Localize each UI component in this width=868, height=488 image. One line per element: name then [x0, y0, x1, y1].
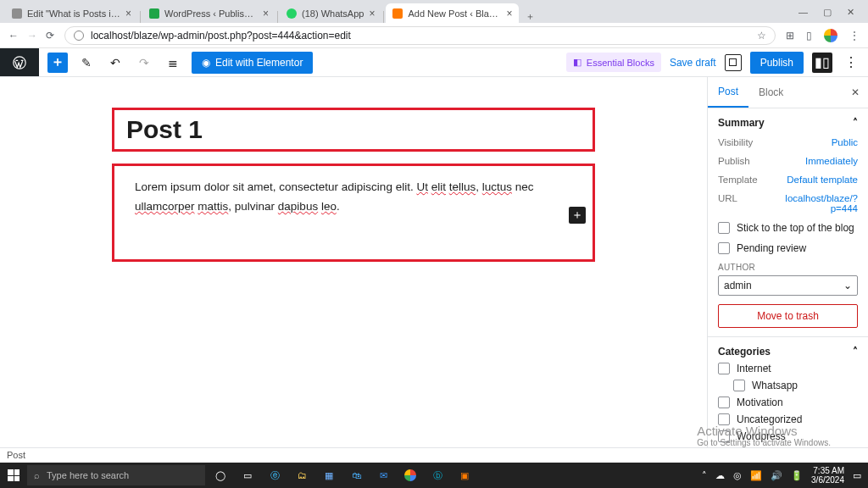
divider: [277, 11, 278, 23]
checkbox-icon[interactable]: [733, 380, 745, 391]
summary-heading: Summary: [718, 117, 765, 129]
publish-button[interactable]: Publish: [750, 52, 804, 74]
category-row[interactable]: Wordpress: [718, 430, 858, 442]
site-info-icon[interactable]: [74, 30, 84, 41]
template-value[interactable]: Default template: [787, 175, 858, 185]
undo-icon[interactable]: ↶: [105, 53, 125, 73]
profile-avatar-icon[interactable]: [824, 29, 837, 42]
xampp-icon[interactable]: ▣: [454, 465, 475, 485]
pending-label: Pending review: [737, 242, 806, 254]
tab-block[interactable]: Block: [748, 78, 793, 107]
category-label: Internet: [737, 363, 771, 374]
publish-value[interactable]: Immediately: [805, 156, 858, 166]
back-icon[interactable]: ←: [8, 30, 19, 42]
extensions-icon[interactable]: ⊞: [786, 30, 794, 42]
edit-with-elementor-button[interactable]: ◉ Edit with Elementor: [192, 52, 313, 74]
tab-post[interactable]: Post: [708, 77, 748, 108]
checkbox-icon[interactable]: [718, 396, 730, 408]
taskbar-clock[interactable]: 7:35 AM 3/6/2024: [811, 466, 844, 485]
close-icon[interactable]: ×: [369, 8, 375, 19]
file-explorer-icon[interactable]: 🗂: [292, 465, 312, 485]
url-input[interactable]: localhost/blaze/wp-admin/post.php?post=4…: [64, 26, 776, 45]
settings-panel-toggle[interactable]: ▮▯: [812, 53, 832, 73]
editor-canvas[interactable]: Post 1 Lorem ipsum dolor sit amet, conse…: [0, 77, 707, 447]
notification-center-icon[interactable]: ▭: [853, 470, 861, 481]
tray-chevron-up-icon[interactable]: ˄: [702, 470, 707, 481]
category-row[interactable]: Whatsapp: [733, 380, 858, 391]
wordpress-logo-button[interactable]: [0, 48, 39, 76]
divider: [383, 11, 384, 23]
close-icon[interactable]: ×: [263, 8, 269, 19]
mail-icon[interactable]: ✉: [373, 465, 393, 485]
pending-checkbox-row[interactable]: Pending review: [718, 242, 858, 254]
post-body-highlight: Lorem ipsum dolor sit amet, consectetur …: [112, 164, 595, 262]
essential-blocks-icon: ◧: [573, 57, 581, 68]
checkbox-icon[interactable]: [718, 242, 730, 254]
add-block-button[interactable]: ＋: [47, 53, 68, 73]
category-row[interactable]: Motivation: [718, 396, 858, 408]
onedrive-icon[interactable]: ☁: [715, 470, 725, 481]
volume-icon[interactable]: 🔊: [771, 470, 782, 481]
checkbox-icon[interactable]: [718, 413, 730, 425]
save-draft-button[interactable]: Save draft: [670, 57, 716, 69]
start-button[interactable]: [0, 469, 27, 481]
category-row[interactable]: Uncategorized: [718, 413, 858, 425]
options-menu-icon[interactable]: ⋮: [841, 54, 861, 70]
redo-icon[interactable]: ↷: [134, 53, 154, 73]
battery-icon[interactable]: 🔋: [791, 470, 803, 481]
chrome-menu-icon[interactable]: ⋮: [849, 30, 860, 42]
window-close-icon[interactable]: ✕: [847, 7, 854, 18]
url-value[interactable]: localhost/blaze/?p=444: [777, 193, 858, 214]
close-sidebar-icon[interactable]: ✕: [843, 86, 868, 98]
taskbar-search[interactable]: ⌕ Type here to search: [27, 465, 205, 485]
essential-blocks-button[interactable]: ◧ Essential Blocks: [566, 53, 661, 72]
browser-tab[interactable]: WordPress ‹ Publish Posts ×: [142, 3, 275, 23]
edge-icon[interactable]: ⓔ: [264, 465, 285, 485]
preview-button[interactable]: [725, 54, 742, 71]
author-select[interactable]: admin⌄: [718, 275, 858, 296]
browser-tab[interactable]: Edit "What is Posts in WordPress" ×: [5, 3, 138, 23]
window-minimize-icon[interactable]: —: [798, 7, 808, 18]
location-icon[interactable]: ◎: [733, 470, 742, 481]
close-icon[interactable]: ×: [506, 8, 512, 19]
document-overview-icon[interactable]: ≣: [163, 53, 183, 73]
checkbox-icon[interactable]: [718, 222, 730, 234]
insert-block-button[interactable]: ＋: [569, 207, 586, 224]
new-tab-button[interactable]: ＋: [519, 10, 542, 23]
move-to-trash-button[interactable]: Move to trash: [718, 304, 858, 328]
favicon-icon: [149, 8, 159, 19]
browser-tabstrip: Edit "What is Posts in WordPress" × Word…: [0, 0, 868, 23]
window-maximize-icon[interactable]: ▢: [823, 7, 832, 18]
browser-tab-active[interactable]: Add New Post ‹ Blaze — WordPress ×: [386, 3, 519, 23]
url-text: localhost/blaze/wp-admin/post.php?post=4…: [91, 30, 351, 42]
tab-title: Add New Post ‹ Blaze — WordPress: [408, 8, 501, 19]
edit-mode-icon[interactable]: ✎: [76, 53, 97, 73]
microsoft-app-icon[interactable]: ▦: [319, 465, 339, 485]
forward-icon[interactable]: →: [27, 30, 37, 42]
checkbox-icon[interactable]: [718, 430, 730, 442]
post-body-paragraph[interactable]: Lorem ipsum dolor sit amet, consectetur …: [135, 178, 572, 217]
chrome-icon[interactable]: [400, 465, 420, 485]
visibility-value[interactable]: Public: [832, 137, 858, 147]
checkbox-icon[interactable]: [718, 363, 730, 374]
wifi-icon[interactable]: 📶: [750, 470, 762, 481]
close-icon[interactable]: ×: [125, 8, 131, 19]
star-icon[interactable]: ☆: [757, 30, 766, 42]
summary-panel: Summary ˄ VisibilityPublic PublishImmedi…: [708, 108, 868, 337]
category-row[interactable]: Internet: [718, 363, 858, 374]
bing-icon[interactable]: ⓑ: [427, 465, 448, 485]
task-view-icon[interactable]: ◯: [210, 465, 231, 485]
chevron-up-icon[interactable]: ˄: [853, 346, 858, 358]
editor-top-toolbar: ＋ ✎ ↶ ↷ ≣ ◉ Edit with Elementor ◧ Essent…: [0, 48, 868, 77]
reading-mode-icon[interactable]: ▯: [806, 30, 812, 42]
cortana-icon[interactable]: ▭: [237, 465, 258, 485]
publish-label: Publish: [718, 156, 750, 166]
divider: [140, 11, 141, 23]
browser-tab[interactable]: (18) WhatsApp ×: [280, 3, 381, 23]
tab-title: WordPress ‹ Publish Posts: [164, 8, 258, 19]
sticky-checkbox-row[interactable]: Stick to the top of the blog: [718, 222, 858, 234]
store-icon[interactable]: 🛍: [346, 465, 366, 485]
chevron-up-icon[interactable]: ˄: [853, 117, 858, 129]
reload-icon[interactable]: ⟳: [46, 30, 54, 42]
post-title-input[interactable]: Post 1: [126, 115, 581, 144]
